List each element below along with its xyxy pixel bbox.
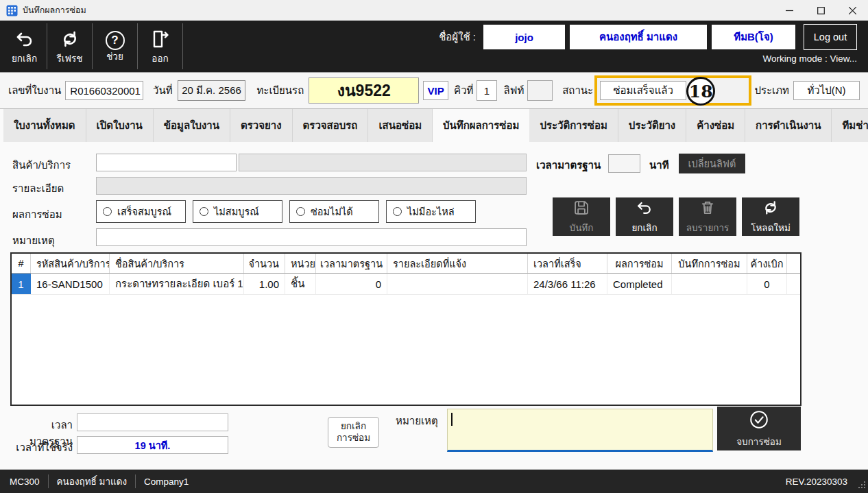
tab-team-members[interactable]: ทีมช่าง/รายชื่อสมาชิก (832, 109, 868, 142)
toolbar: ยกเลิก รีเฟรช ? ช่วย ออก (0, 21, 868, 72)
reload-label: โหลดใหม่ (751, 220, 791, 235)
grid-header: # รหัสสินค้า/บริการ ชื่อสินค้า/บริการ จำ… (12, 254, 800, 274)
lift-field[interactable] (527, 80, 553, 101)
std-time-label: เวลามาตรฐาน (536, 157, 601, 173)
toolbar-separator (182, 23, 183, 69)
status-field[interactable]: ซ่อมเสร็จแล้ว (600, 81, 686, 100)
tab-pending-repair[interactable]: ค้างซ่อม (686, 109, 745, 142)
plate-field[interactable]: งน9522 (309, 77, 419, 104)
user-label: ชื่อผู้ใช้ : (439, 29, 476, 45)
undo-button[interactable]: ยกเลิก (4, 21, 45, 72)
col-header-unit[interactable]: หน่วย (285, 254, 316, 273)
trash-icon (699, 199, 716, 219)
tab-job-data[interactable]: ข้อมูลใบงาน (154, 109, 230, 142)
status-highlight: ซ่อมเสร็จแล้ว 18 (594, 75, 751, 106)
date-field[interactable]: 20 มี.ค. 2566 (178, 80, 246, 101)
type-field[interactable]: ทั่วไป(N) (793, 81, 860, 100)
tab-content: สินค้า/บริการ รายละเอียด ผลการซ่อม เสร็จ… (0, 142, 868, 470)
status-separator (48, 474, 49, 488)
std-time-cell: 0 (316, 274, 387, 294)
minutes-label: นาที (649, 157, 669, 173)
radio-no-parts[interactable]: ไม่มีอะไหล่ (386, 200, 476, 223)
actual-time-value: 19 นาที. (135, 437, 171, 453)
queue-field[interactable]: 1 (477, 80, 496, 101)
name-cell: กระดาษทรายละเอียด เบอร์ 15... (110, 274, 244, 294)
col-header-pending[interactable]: ค้างเบิก (747, 254, 787, 273)
username-box[interactable]: jojo (483, 25, 565, 49)
toolbar-separator (137, 23, 138, 69)
cancel-label: ยกเลิก (631, 220, 657, 235)
repair-result-label: ผลการซ่อม (12, 206, 62, 223)
save-button[interactable]: บันทึก (553, 197, 610, 236)
revision-text: REV.20230303 (786, 477, 847, 487)
save-label: บันทึก (570, 220, 594, 235)
col-header-name[interactable]: ชื่อสินค้า/บริการ (110, 254, 244, 273)
status-separator (135, 474, 136, 488)
change-lift-button[interactable]: เปลี่ยนลิฟต์ (679, 154, 745, 173)
job-no-field[interactable]: R01660320001 (65, 81, 143, 100)
titlebar: บันทึกผลการซ่อม (0, 0, 868, 21)
team-box[interactable]: ทีมB(โจ) (712, 25, 795, 49)
refresh-button[interactable]: รีเฟรช (49, 21, 90, 72)
radio-icon (296, 207, 305, 216)
annotation-circle: 18 (686, 77, 715, 106)
col-header-code[interactable]: รหัสสินค้า/บริการ (31, 254, 110, 273)
col-header-result[interactable]: ผลการซ่อม (607, 254, 672, 273)
help-button[interactable]: ? ช่วย (95, 21, 135, 72)
tab-vehicle-check[interactable]: ตรวจสอบรถ (293, 109, 369, 142)
fullname-box[interactable]: คนองฤทธิ์ มาแดง (570, 25, 707, 49)
std-time-input[interactable] (608, 154, 640, 173)
tab-operations[interactable]: การดำเนินงาน (745, 109, 832, 142)
help-icon: ? (106, 31, 125, 50)
close-icon[interactable] (836, 0, 868, 21)
remark-input[interactable] (96, 228, 527, 246)
maximize-icon[interactable] (805, 0, 836, 21)
tab-repair-result[interactable]: บันทึกผลการซ่อม (433, 109, 529, 142)
actual-time-field: 19 นาที. (77, 436, 228, 454)
radio-incomplete[interactable]: ไม่สมบูรณ์ (193, 200, 282, 223)
undo-label: ยกเลิก (12, 54, 37, 64)
col-header-std-time[interactable]: เวลามาตรฐาน (316, 254, 387, 273)
bottom-std-time-input[interactable] (77, 413, 228, 431)
product-code-input[interactable] (96, 154, 237, 171)
window-title: บันทึกผลการซ่อม (23, 3, 86, 17)
status-label: สถานะ (562, 82, 593, 99)
cancel-button[interactable]: ยกเลิก (616, 197, 673, 236)
col-header-qty[interactable]: จำนวน (244, 254, 285, 273)
check-circle-icon (748, 409, 770, 433)
col-header-no[interactable]: # (12, 254, 31, 273)
tab-tire-check[interactable]: ตรวจยาง (230, 109, 293, 142)
finish-repair-label: จบการซ่อม (736, 434, 782, 449)
tab-repair-proposal[interactable]: เสนอซ่อม (368, 109, 433, 142)
tab-repair-history[interactable]: ประวัติการซ่อม (529, 109, 618, 142)
minimize-icon[interactable] (773, 0, 805, 21)
resize-grip[interactable] (858, 481, 866, 491)
delete-item-button[interactable]: ลบรายการ (679, 197, 736, 236)
col-header-finish-time[interactable]: เวลาที่เสร็จ (528, 254, 607, 273)
tab-tire-history[interactable]: ประวัติยาง (618, 109, 686, 142)
col-header-detail[interactable]: รายละเอียดที่แจ้ง (387, 254, 528, 273)
tab-open-job[interactable]: เปิดใบงาน (86, 109, 154, 142)
cancel-repair-button[interactable]: ยกเลิก การซ่อม (328, 417, 379, 448)
radio-icon (393, 207, 402, 216)
qty-cell: 1.00 (244, 274, 285, 294)
status-company: Company1 (144, 477, 189, 487)
tab-all-jobs[interactable]: ใบงานทั้งหมด (3, 109, 86, 142)
exit-button[interactable]: ออก (140, 21, 180, 72)
finish-repair-button[interactable]: จบการซ่อม (717, 407, 801, 450)
queue-label: คิวที่ (454, 82, 473, 99)
bottom-remark-label: หมายเหตุ (396, 413, 438, 429)
finish-time-cell: 24/3/66 11:26 (528, 274, 607, 294)
col-header-note[interactable]: บันทึกการซ่อม (672, 254, 747, 273)
refresh-icon (60, 29, 80, 52)
reload-button[interactable]: โหลดใหม่ (742, 197, 799, 236)
bottom-remark-textarea[interactable] (447, 409, 713, 452)
reload-icon (762, 199, 780, 219)
logout-button[interactable]: Log out (804, 24, 857, 50)
radio-complete[interactable]: เสร็จสมบูรณ์ (96, 200, 186, 223)
radio-unrepairable[interactable]: ซ่อมไม่ได้ (289, 200, 379, 223)
save-icon (572, 199, 590, 219)
tab-bar: ใบงานทั้งหมด เปิดใบงาน ข้อมูลใบงาน ตรวจย… (0, 109, 868, 142)
help-label: ช่วย (106, 52, 123, 62)
table-row[interactable]: 1 16-SAND1500 กระดาษทรายละเอียด เบอร์ 15… (12, 274, 800, 295)
